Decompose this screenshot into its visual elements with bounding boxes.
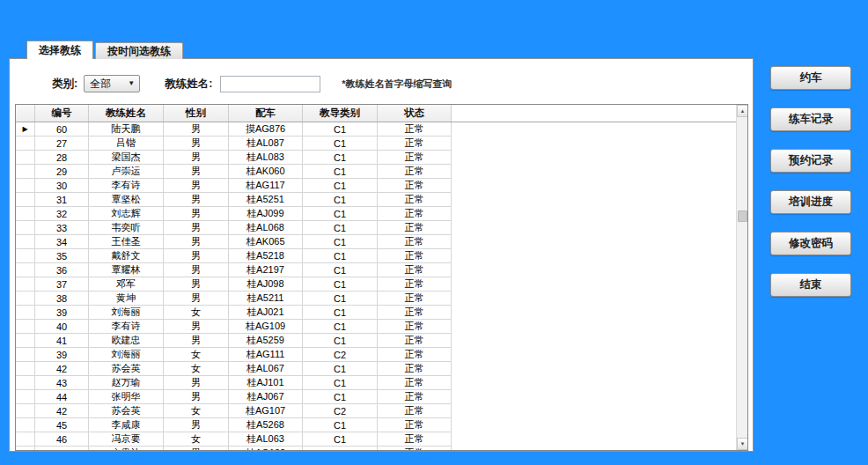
cell: 桂AL068 <box>229 221 303 235</box>
cell: 桂A5259 <box>229 334 303 348</box>
table-row[interactable]: 35戴舒文男桂A5218C1正常 <box>16 249 747 263</box>
row-header-cell[interactable] <box>16 235 35 249</box>
column-header[interactable]: 教练姓名 <box>89 105 164 122</box>
coach-name-input[interactable] <box>220 76 320 92</box>
table-row[interactable]: 45李咸康男桂A5268C1正常 <box>16 418 747 432</box>
table-row[interactable]: 37邓军男桂AJ098C1正常 <box>16 277 747 292</box>
row-header-cell[interactable] <box>16 193 35 207</box>
column-header[interactable]: 配车 <box>229 105 303 122</box>
cell: 43 <box>35 376 89 390</box>
cell: 正常 <box>378 376 452 390</box>
table-row[interactable]: 29卢崇运男桂AK060C1正常 <box>16 165 747 179</box>
table-row[interactable]: 39刘海丽女桂AJ021C1正常 <box>16 306 747 320</box>
table-row[interactable]: 38黄坤男桂A5211C1正常 <box>16 292 747 306</box>
row-header-cell[interactable] <box>16 390 35 404</box>
row-header-cell[interactable] <box>16 362 35 376</box>
column-header[interactable]: 状态 <box>378 105 452 122</box>
cell: 39 <box>35 306 89 320</box>
table-row[interactable]: 40李有诗男桂AG109C1正常 <box>16 320 747 334</box>
cell: C1 <box>303 249 378 263</box>
coach-name-label: 教练姓名: <box>165 77 212 92</box>
table-row[interactable]: 27吕锴男桂AL087C1正常 <box>16 137 747 151</box>
row-header-cell[interactable] <box>16 151 35 165</box>
cell: 正常 <box>378 334 452 348</box>
cell: 正常 <box>378 404 452 418</box>
table-row[interactable]: 32刘志辉男桂AJ099C1正常 <box>16 207 747 221</box>
row-header-cell[interactable] <box>16 376 35 390</box>
cell: C1 <box>303 418 378 432</box>
cell: 女 <box>164 348 229 362</box>
vertical-scrollbar[interactable]: ▲ ▼ <box>736 105 747 450</box>
row-header-cell[interactable] <box>16 249 35 263</box>
reservation-record-button[interactable]: 预约记录 <box>770 149 851 173</box>
scrollbar-thumb[interactable] <box>738 210 747 222</box>
row-header-cell[interactable]: ▶ <box>16 122 35 137</box>
scroll-down-icon[interactable]: ▼ <box>737 438 748 450</box>
table-row[interactable]: 33韦奕听男桂AL068C1正常 <box>16 221 747 235</box>
cell: 正常 <box>378 249 452 263</box>
practice-record-button[interactable]: 练车记录 <box>770 107 851 131</box>
cell: 张明华 <box>89 390 164 404</box>
table-row[interactable]: 41欧建忠男桂A5259C1正常 <box>16 334 747 348</box>
table-row[interactable]: 43赵万瑜男桂AJ101C1正常 <box>16 376 747 390</box>
table-row[interactable]: 31覃坚松男桂A5251C1正常 <box>16 193 747 207</box>
table-row[interactable]: 46冯京要女桂AL063C1正常 <box>16 432 747 447</box>
cell: 桂AJ067 <box>229 390 303 404</box>
table-row[interactable]: 39刘海丽女桂AG111C2正常 <box>16 348 747 362</box>
table-row[interactable]: 42苏会英女桂AL067C1正常 <box>16 362 747 376</box>
row-header-cell[interactable] <box>16 404 35 418</box>
cell: 36 <box>35 263 89 277</box>
table-row[interactable]: 36覃耀林男桂A2197C1正常 <box>16 263 747 277</box>
category-dropdown[interactable]: 全部 ▼ <box>84 75 140 92</box>
cell: 戴舒文 <box>89 249 164 263</box>
row-header-cell[interactable] <box>16 432 35 447</box>
tab-select-coach-by-time[interactable]: 按时间选教练 <box>95 42 183 59</box>
row-header-cell[interactable] <box>16 418 35 432</box>
table-row[interactable]: ▶60陆天鹏男摸AG876C1正常 <box>16 122 747 137</box>
change-password-button[interactable]: 修改密码 <box>770 232 851 255</box>
cell: 正常 <box>378 362 452 376</box>
table-row[interactable]: 47方贵让男桂AG102C1正常 <box>16 447 747 451</box>
row-header-cell[interactable] <box>16 348 35 362</box>
column-header[interactable]: 性别 <box>164 105 229 122</box>
row-header-cell[interactable] <box>16 292 35 306</box>
column-header[interactable]: 教导类别 <box>303 105 378 122</box>
cell: 覃坚松 <box>89 193 164 207</box>
tab-select-coach[interactable]: 选择教练 <box>26 41 93 59</box>
table-row[interactable]: 30李有诗男桂AG117C1正常 <box>16 179 747 193</box>
table-row[interactable]: 42苏会英女桂AG107C2正常 <box>16 404 747 418</box>
cell: 桂AK060 <box>229 165 303 179</box>
row-header-cell[interactable] <box>16 334 35 348</box>
row-header-cell[interactable] <box>16 277 35 292</box>
filter-row: 类别: 全部 ▼ 教练姓名: *教练姓名首字母缩写查询 <box>52 74 452 93</box>
book-car-button[interactable]: 约车 <box>770 66 851 90</box>
table-row[interactable]: 28梁国杰男桂AL083C1正常 <box>16 151 747 165</box>
training-progress-button[interactable]: 培训进度 <box>770 190 851 214</box>
cell: 男 <box>164 221 229 235</box>
cell: 苏会英 <box>89 404 164 418</box>
table-body: ▶60陆天鹏男摸AG876C1正常27吕锴男桂AL087C1正常28梁国杰男桂A… <box>16 122 747 451</box>
row-header-cell[interactable] <box>16 263 35 277</box>
cell: 37 <box>35 277 89 292</box>
row-header-cell[interactable] <box>16 207 35 221</box>
cell: 28 <box>35 151 89 165</box>
table-row[interactable]: 44张明华男桂AJ067C1正常 <box>16 390 747 404</box>
row-header-cell[interactable] <box>16 306 35 320</box>
row-header-cell[interactable] <box>16 221 35 235</box>
column-header[interactable]: 编号 <box>35 105 89 122</box>
end-button[interactable]: 结束 <box>770 273 851 297</box>
cell: 45 <box>35 418 89 432</box>
row-header-cell[interactable] <box>16 137 35 151</box>
table-row[interactable]: 34王佳圣男桂AK065C1正常 <box>16 235 747 249</box>
scroll-up-icon[interactable]: ▲ <box>737 105 748 117</box>
row-header-cell[interactable] <box>16 165 35 179</box>
cell: C1 <box>303 292 378 306</box>
cell: 男 <box>164 277 229 292</box>
cell: 正常 <box>378 122 452 137</box>
cell: C1 <box>303 447 378 451</box>
cell: C1 <box>303 193 378 207</box>
row-header-cell[interactable] <box>16 447 35 451</box>
cell: 38 <box>35 292 89 306</box>
row-header-cell[interactable] <box>16 179 35 193</box>
row-header-cell[interactable] <box>16 320 35 334</box>
